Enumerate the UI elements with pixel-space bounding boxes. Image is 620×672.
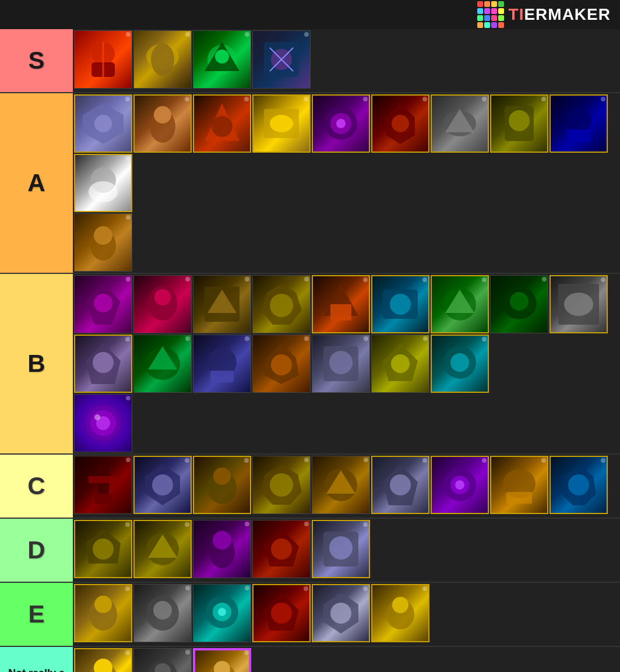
- tier-items-d[interactable]: [73, 519, 620, 582]
- tier-item[interactable]: [74, 335, 132, 393]
- svg-point-15: [154, 106, 171, 124]
- tier-item[interactable]: [133, 30, 192, 89]
- item-image: [134, 585, 191, 642]
- tier-item[interactable]: [252, 30, 311, 89]
- svg-point-32: [89, 181, 118, 202]
- item-image: [75, 585, 131, 641]
- svg-rect-30: [567, 129, 590, 142]
- tier-items-nrb[interactable]: [73, 647, 620, 672]
- tier-item[interactable]: [133, 275, 192, 333]
- tier-item[interactable]: [74, 394, 132, 452]
- svg-point-92: [93, 539, 114, 560]
- svg-point-46: [390, 294, 411, 315]
- svg-point-77: [213, 467, 231, 485]
- item-image: [372, 335, 429, 392]
- tier-row-b: B: [0, 274, 620, 455]
- tier-item[interactable]: [490, 94, 548, 153]
- tier-item[interactable]: [74, 584, 132, 642]
- logo-cell: [498, 22, 504, 28]
- tier-item[interactable]: [193, 275, 251, 333]
- tier-item[interactable]: [133, 648, 192, 672]
- tier-item[interactable]: [371, 335, 429, 393]
- tier-item[interactable]: [252, 275, 311, 333]
- tier-item[interactable]: [133, 456, 192, 514]
- item-image: [75, 456, 132, 513]
- tier-item[interactable]: [193, 335, 251, 393]
- tier-item[interactable]: [490, 275, 548, 333]
- svg-point-42: [270, 294, 293, 317]
- tier-items-e[interactable]: [73, 583, 620, 646]
- tier-item[interactable]: [312, 520, 370, 578]
- tier-item[interactable]: [252, 584, 311, 642]
- tier-row-d: D: [0, 519, 620, 583]
- tier-item[interactable]: [312, 94, 370, 153]
- item-image: [194, 96, 250, 152]
- tier-label-d: D: [0, 519, 73, 582]
- tier-items-s[interactable]: [73, 29, 620, 92]
- tier-item[interactable]: [193, 648, 251, 672]
- tier-items-a[interactable]: [73, 93, 620, 273]
- tiermaker-logo: TiERMAKER: [477, 1, 611, 28]
- tier-item[interactable]: [193, 520, 251, 578]
- tier-item[interactable]: [549, 456, 608, 514]
- tier-item[interactable]: [133, 335, 192, 393]
- tiermaker-brand-text: TiERMAKER: [509, 5, 611, 24]
- tier-item[interactable]: [371, 275, 429, 333]
- tier-item[interactable]: [252, 94, 311, 153]
- item-image: [313, 521, 369, 577]
- tier-item[interactable]: [193, 94, 251, 153]
- item-image: [75, 395, 132, 452]
- tier-items-c[interactable]: [73, 455, 620, 518]
- logo-cell: [484, 22, 490, 28]
- tier-item[interactable]: [312, 584, 370, 642]
- tier-item[interactable]: [133, 520, 192, 578]
- tier-item[interactable]: [431, 335, 489, 393]
- svg-point-119: [214, 661, 230, 672]
- tier-item[interactable]: [133, 94, 192, 153]
- svg-rect-88: [506, 492, 532, 504]
- tier-item[interactable]: [74, 30, 132, 89]
- item-image: [134, 649, 191, 672]
- item-image: [194, 649, 250, 672]
- tier-item[interactable]: [549, 275, 608, 333]
- tier-item[interactable]: [252, 335, 311, 393]
- tier-item[interactable]: [74, 648, 132, 672]
- item-image: [372, 276, 428, 332]
- tier-item[interactable]: [133, 584, 192, 642]
- header: TiERMAKER: [0, 0, 620, 29]
- tier-item[interactable]: [74, 154, 132, 212]
- tier-item[interactable]: [193, 584, 251, 642]
- item-image: [432, 336, 488, 392]
- tier-item[interactable]: [193, 456, 251, 514]
- tier-item[interactable]: [74, 520, 132, 578]
- svg-point-13: [94, 115, 112, 132]
- item-image: [491, 276, 548, 333]
- tier-item[interactable]: [490, 456, 548, 514]
- tier-item[interactable]: [252, 520, 311, 578]
- tier-item[interactable]: [74, 275, 132, 333]
- tier-item[interactable]: [312, 456, 370, 514]
- tier-item[interactable]: [193, 30, 251, 89]
- tier-item[interactable]: [252, 456, 311, 514]
- tier-row-c: C: [0, 455, 620, 519]
- tier-item[interactable]: [312, 335, 370, 393]
- item-image: [253, 96, 309, 152]
- tier-item[interactable]: [312, 275, 370, 333]
- tier-item[interactable]: [431, 275, 489, 333]
- item-image: [313, 96, 369, 152]
- tier-item[interactable]: [431, 94, 489, 153]
- tier-item[interactable]: [74, 213, 132, 272]
- logo-cell: [491, 8, 497, 14]
- logo-cell: [491, 22, 497, 28]
- tier-item[interactable]: [371, 584, 429, 642]
- item-image: [193, 585, 251, 642]
- tier-item[interactable]: [431, 456, 489, 514]
- item-image: [312, 456, 369, 513]
- tier-item[interactable]: [74, 456, 132, 514]
- item-image: [253, 276, 310, 333]
- tier-items-b[interactable]: [73, 274, 620, 453]
- tier-item[interactable]: [549, 94, 608, 153]
- tier-item[interactable]: [371, 456, 429, 514]
- tier-item[interactable]: [74, 94, 132, 153]
- tier-item[interactable]: [371, 94, 429, 153]
